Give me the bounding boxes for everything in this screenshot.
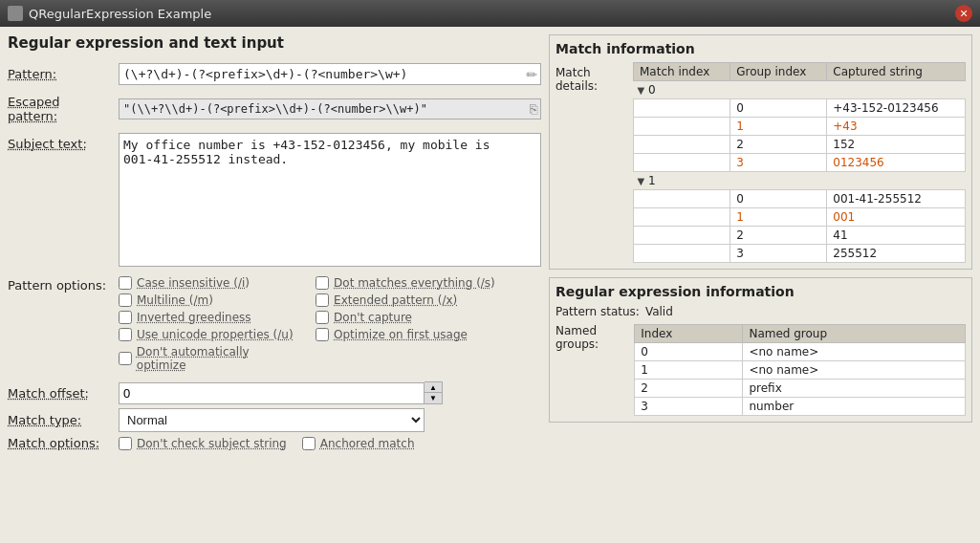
- option-dont-check-subject-label: Don't check subject string: [137, 437, 287, 450]
- named-groups-label: Named groups:: [555, 324, 626, 412]
- pattern-status-label: Pattern status:: [555, 305, 640, 318]
- col-index: Index: [635, 325, 743, 343]
- match-options-label: Match options:: [8, 436, 113, 450]
- match-type-label: Match type:: [8, 413, 113, 427]
- left-panel: Regular expression and text input Patter…: [8, 34, 541, 535]
- match-offset-spinbox: ▲ ▼: [119, 381, 443, 404]
- named-groups-container: Named groups: Index Named group 0 <no na…: [555, 324, 966, 416]
- escaped-pattern-row: Escaped pattern: ⎘: [8, 95, 541, 123]
- option-case-insensitive: Case insensitive (/i): [119, 276, 300, 290]
- checkbox-optimize-first[interactable]: [316, 328, 329, 341]
- option-extended-label: Extended pattern (/x): [334, 293, 457, 307]
- option-inverted-greediness: Inverted greediness: [119, 311, 300, 324]
- col-group-index: Group index: [730, 63, 827, 81]
- checkbox-dont-check-subject[interactable]: [119, 437, 132, 450]
- table-row: 1 <no name>: [635, 361, 966, 380]
- match-offset-input[interactable]: [119, 382, 425, 404]
- regex-info-title: Regular expression information: [555, 284, 966, 299]
- table-row: 3 number: [635, 398, 966, 416]
- options-col-2: Dot matches everything (/s) Extended pat…: [316, 276, 497, 372]
- match-info-section: Match information Match details: Match i…: [549, 34, 972, 270]
- option-unicode: Use unicode properties (/u): [119, 328, 300, 341]
- pattern-row: Pattern: ✏: [8, 63, 541, 85]
- option-anchored-match: Anchored match: [302, 437, 415, 450]
- option-dont-capture-label: Don't capture: [334, 311, 412, 324]
- option-extended: Extended pattern (/x): [316, 293, 497, 307]
- match-offset-label: Match offset:: [8, 386, 113, 401]
- app-icon: [8, 6, 23, 21]
- match-options-checkboxes: Don't check subject string Anchored matc…: [119, 437, 415, 450]
- match-type-combo-wrapper: Normal Partial (prefer complete) Partial…: [119, 408, 425, 432]
- match-options-row: Match options: Don't check subject strin…: [8, 436, 541, 450]
- col-captured-string: Captured string: [827, 63, 966, 81]
- match-type-select[interactable]: Normal Partial (prefer complete) Partial…: [119, 408, 425, 432]
- checkbox-unicode[interactable]: [119, 328, 132, 341]
- regex-info-section: Regular expression information Pattern s…: [549, 277, 972, 423]
- bottom-rows: Match offset: ▲ ▼ Match type: Norma: [8, 381, 541, 450]
- option-anchored-match-label: Anchored match: [320, 437, 415, 450]
- spin-up-button[interactable]: ▲: [425, 382, 442, 393]
- match-info-title: Match information: [555, 41, 966, 56]
- option-case-insensitive-label: Case insensitive (/i): [137, 276, 250, 290]
- pattern-options-label: Pattern options:: [8, 276, 113, 293]
- checkbox-dot-matches[interactable]: [316, 276, 329, 290]
- checkbox-extended[interactable]: [316, 293, 329, 307]
- option-multiline-label: Multiline (/m): [137, 293, 213, 307]
- option-inverted-greediness-label: Inverted greediness: [137, 311, 251, 324]
- col-match-index: Match index: [633, 63, 730, 81]
- table-row: 1 001: [633, 208, 965, 227]
- pattern-status-row: Pattern status: Valid: [555, 305, 966, 318]
- checkbox-dont-capture[interactable]: [316, 311, 329, 324]
- match-details-label: Match details:: [555, 62, 625, 263]
- checkbox-anchored-match[interactable]: [302, 437, 316, 450]
- col-named-group: Named group: [743, 325, 966, 343]
- subject-textarea[interactable]: [119, 133, 541, 267]
- options-col-1: Case insensitive (/i) Multiline (/m) Inv…: [119, 276, 300, 372]
- spin-down-button[interactable]: ▼: [425, 393, 442, 403]
- match-1-toggle: ▼ 1: [633, 172, 730, 190]
- checkbox-dont-auto-optimize[interactable]: [119, 352, 132, 365]
- option-dont-auto-optimize: Don't automatically optimize: [119, 345, 300, 372]
- option-optimize-first: Optimize on first usage: [316, 328, 497, 341]
- option-unicode-label: Use unicode properties (/u): [137, 328, 294, 341]
- spin-buttons: ▲ ▼: [425, 381, 443, 404]
- option-dont-check-subject: Don't check subject string: [119, 437, 287, 450]
- subject-label: Subject text:: [8, 133, 113, 151]
- checkbox-multiline[interactable]: [119, 293, 132, 307]
- option-dot-matches: Dot matches everything (/s): [316, 276, 497, 290]
- options-grid: Case insensitive (/i) Multiline (/m) Inv…: [119, 276, 497, 372]
- copy-icon[interactable]: ⎘: [530, 101, 537, 117]
- close-button[interactable]: ✕: [955, 5, 972, 22]
- match-0-toggle: ▼ 0: [633, 81, 730, 99]
- match-details-container: Match details: Match index Group index C…: [555, 62, 966, 263]
- pattern-input-wrapper: ✏: [119, 63, 541, 85]
- option-multiline: Multiline (/m): [119, 293, 300, 307]
- pattern-options-row: Pattern options: Case insensitive (/i) M…: [8, 276, 541, 372]
- pattern-clear-icon[interactable]: ✏: [526, 67, 537, 82]
- table-row: 0 <no name>: [635, 343, 966, 361]
- table-row: 2 41: [633, 227, 965, 245]
- checkbox-inverted-greediness[interactable]: [119, 311, 132, 324]
- match-tree-row-1: ▼ 1: [633, 172, 965, 190]
- escaped-input-wrapper: ⎘: [119, 98, 541, 119]
- table-row: 3 255512: [633, 245, 965, 263]
- escaped-input[interactable]: [119, 98, 541, 119]
- pattern-status-value: Valid: [645, 305, 673, 318]
- two-panels: Regular expression and text input Patter…: [8, 34, 972, 535]
- match-tree-row-0: ▼ 0: [633, 81, 965, 99]
- subject-row: Subject text:: [8, 133, 541, 267]
- pattern-label: Pattern:: [8, 67, 113, 81]
- pattern-input[interactable]: [119, 63, 541, 85]
- match-type-row: Match type: Normal Partial (prefer compl…: [8, 408, 541, 432]
- table-row: 2 prefix: [635, 380, 966, 398]
- match-details-table: Match index Group index Captured string …: [633, 62, 966, 263]
- window-title: QRegularExpression Example: [29, 7, 949, 21]
- option-dont-capture: Don't capture: [316, 311, 497, 324]
- option-optimize-first-label: Optimize on first usage: [334, 328, 468, 341]
- option-dot-matches-label: Dot matches everything (/s): [334, 276, 495, 290]
- table-row: 1 +43: [633, 118, 965, 136]
- left-section-title: Regular expression and text input: [8, 34, 541, 52]
- checkbox-case-insensitive[interactable]: [119, 276, 132, 290]
- main-window: Regular expression and text input Patter…: [0, 27, 980, 543]
- table-row: 3 0123456: [633, 154, 965, 172]
